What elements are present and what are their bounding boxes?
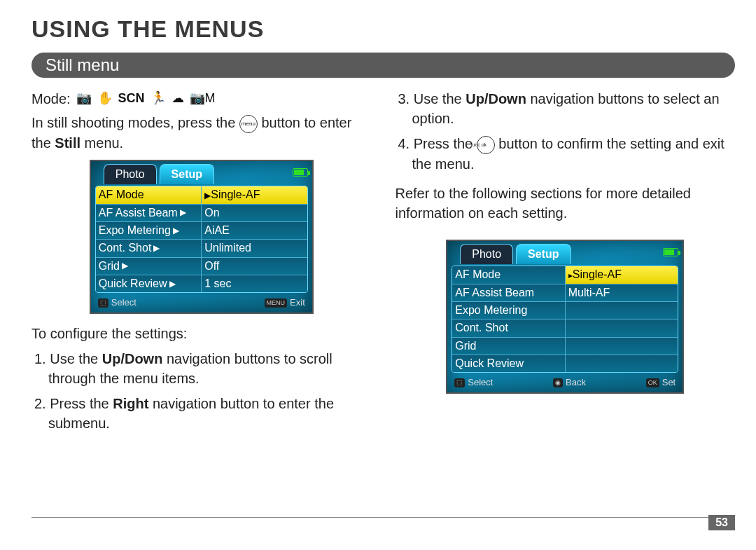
ok-key-icon: OK	[646, 378, 659, 387]
func-ok-button-icon: func ok	[477, 136, 495, 154]
camera-icon: 📷	[76, 90, 92, 107]
menu-row: AF Mode ▸Single-AF	[452, 266, 678, 283]
screen2-tabs: Photo Setup	[447, 241, 682, 264]
menu-row: Expo Metering▶ AiAE	[96, 221, 307, 239]
tab-photo: Photo	[104, 164, 157, 184]
menu-row: Grid	[452, 337, 678, 355]
menu-row: Grid▶ Off	[96, 257, 307, 275]
screen2-footer: ⬚Select ◉Back OKSet	[447, 375, 682, 392]
select-key-icon: ⬚	[454, 378, 465, 387]
step-2: 2. Press the Right navigation button to …	[31, 394, 372, 433]
screen1-footer: ⬚Select MENUExit	[91, 295, 312, 312]
scn-icon: SCN	[118, 90, 145, 107]
chapter-title: USING THE MENUS	[31, 15, 735, 43]
mode-line: Mode: 📷 ✋ SCN 🏃 ☁ 📷M	[31, 89, 372, 109]
menu-row: AF Assist Beam Multi-AF	[452, 284, 678, 301]
person-icon: 🏃	[150, 90, 166, 107]
right-arrow-icon: ▶	[204, 191, 211, 200]
tab-setup: Setup	[516, 244, 570, 264]
menu-button-icon: menu	[239, 115, 258, 133]
menu-row: AF Mode ▶Single-AF	[96, 186, 307, 203]
mode-label: Mode:	[31, 89, 71, 109]
menu-row: Cont. Shot	[452, 319, 678, 336]
step-1: 1. Use the Up/Down navigation buttons to…	[31, 349, 372, 388]
panorama-icon: ☁	[172, 90, 184, 107]
tab-setup: Setup	[160, 164, 214, 184]
menu-row: Quick Review▶ 1 sec	[96, 275, 307, 292]
camera-screen-1: Photo Setup AF Mode ▶Single-AF AF Assist…	[90, 160, 314, 314]
screen1-grid: AF Mode ▶Single-AF AF Assist Beam▶ On Ex…	[95, 186, 308, 293]
battery-icon	[663, 248, 678, 256]
refer-text: Refer to the following sections for more…	[396, 184, 736, 223]
camera-m-icon: 📷M	[190, 90, 216, 107]
screen2-grid: AF Mode ▸Single-AF AF Assist Beam Multi-…	[451, 266, 678, 373]
battery-icon	[293, 168, 308, 177]
menu-row: AF Assist Beam▶ On	[96, 204, 307, 221]
right-column: 3. Use the Up/Down navigation buttons to…	[396, 89, 736, 439]
intro-text: In still shooting modes, press the menu …	[31, 113, 372, 153]
footer-rule	[31, 517, 735, 518]
menu-row: Expo Metering	[452, 301, 678, 319]
section-title: Still menu	[31, 53, 735, 78]
tab-photo: Photo	[460, 244, 513, 264]
back-key-icon: ◉	[553, 378, 563, 387]
screen1-tabs: Photo Setup	[91, 161, 312, 184]
select-key-icon: ⬚	[98, 298, 108, 308]
menu-key-icon: MENU	[265, 298, 288, 308]
manual-page: USING THE MENUS Still menu Mode: 📷 ✋ SCN…	[0, 0, 756, 550]
menu-row: Cont. Shot▶ Unlimited	[96, 239, 307, 256]
step-3: 3. Use the Up/Down navigation buttons to…	[396, 89, 736, 128]
configure-label: To configure the settings:	[31, 324, 372, 343]
left-column: Mode: 📷 ✋ SCN 🏃 ☁ 📷M In still shooting m…	[31, 89, 372, 439]
menu-row: Quick Review	[452, 355, 678, 372]
hand-icon: ✋	[97, 90, 113, 107]
camera-screen-2: Photo Setup AF Mode ▸Single-AF AF Assist…	[446, 240, 684, 394]
page-number: 53	[708, 515, 735, 530]
step-4: 4. Press the func ok button to confirm t…	[396, 134, 736, 174]
